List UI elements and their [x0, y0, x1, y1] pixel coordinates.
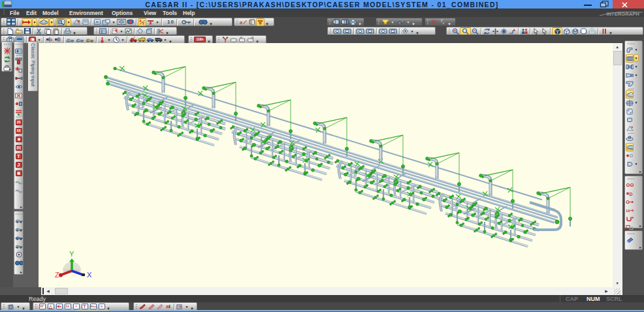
svg-text:0: 0	[51, 38, 53, 42]
svg-text:X: X	[139, 19, 142, 23]
svg-text:Z: Z	[55, 271, 59, 279]
svg-text:10: 10	[626, 209, 630, 213]
svg-text:D: D	[630, 192, 633, 196]
svg-text:INTERGRAPH: INTERGRAPH	[607, 11, 639, 17]
svg-text:a: a	[240, 20, 242, 25]
svg-text:X: X	[87, 271, 92, 279]
svg-text:Y: Y	[69, 250, 74, 258]
svg-text:10: 10	[149, 22, 152, 25]
